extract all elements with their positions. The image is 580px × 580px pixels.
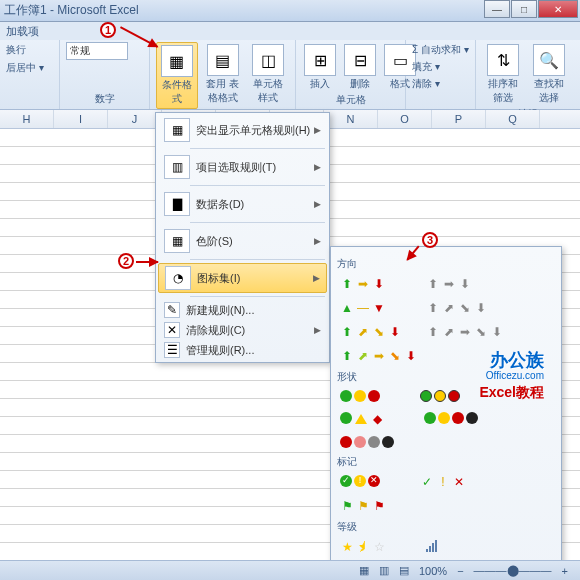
cell-styles-icon: ◫	[252, 44, 284, 76]
iconset-3trafficlights[interactable]	[337, 387, 383, 405]
view-normal-icon[interactable]: ▦	[359, 564, 369, 577]
watermark-subtitle: Excel教程	[479, 384, 544, 402]
submenu-arrow-icon: ▶	[313, 273, 320, 283]
watermark-url: Officezu.com	[486, 370, 544, 381]
zoom-out-button[interactable]: −	[457, 565, 463, 577]
find-icon: 🔍	[533, 44, 565, 76]
close-button[interactable]: ✕	[538, 0, 578, 18]
top-bottom-rules-item[interactable]: ▥项目选取规则(T)▶	[158, 152, 327, 182]
submenu-arrow-icon: ▶	[314, 325, 321, 335]
column-header[interactable]: P	[432, 110, 486, 128]
databars-icon: ▇	[164, 192, 190, 216]
icon-sets-submenu: 方向 ⬆➡⬇ ⬆➡⬇ ▲—▼ ⬆⬈⬊⬇ ⬆⬈⬊⬇ ⬆⬈➡⬊⬇ ⬆⬈➡⬊⬇ 形状 …	[330, 246, 562, 580]
iconset-5arrows-gray[interactable]: ⬆⬈➡⬊⬇	[423, 322, 507, 342]
delete-icon: ⊟	[344, 44, 376, 76]
iconset-4trafficlights[interactable]	[421, 409, 481, 429]
iconset-4arrows-colored[interactable]: ⬆⬈⬊⬇	[337, 322, 405, 342]
iconset-4ratings[interactable]	[423, 537, 440, 557]
manage-rules-item[interactable]: ☰管理规则(R)...	[158, 340, 327, 360]
icon-sets-item[interactable]: ◔图标集(I)▶	[158, 263, 327, 293]
iconset-3arrows-colored[interactable]: ⬆➡⬇	[337, 274, 389, 294]
conditional-format-icon: ▦	[161, 45, 193, 77]
indicators-section: 标记	[337, 455, 555, 469]
titlebar: 工作簿1 - Microsoft Excel — □ ✕	[0, 0, 580, 22]
callout-arrow-2	[136, 261, 158, 263]
conditional-format-button[interactable]: ▦ 条件格式	[156, 42, 198, 109]
watermark-brand: 办公族	[490, 348, 544, 372]
format-as-table-button[interactable]: ▤ 套用 表格格式	[202, 42, 244, 107]
fill-button[interactable]: 填充 ▾	[412, 59, 440, 75]
iconset-4arrows-gray[interactable]: ⬆⬈⬊⬇	[423, 298, 491, 318]
ribbon-tab[interactable]: 加载项	[0, 22, 580, 40]
iconsets-icon: ◔	[165, 266, 191, 290]
clearrules-icon: ✕	[164, 322, 180, 338]
sort-filter-button[interactable]: ⇅排序和筛选	[482, 42, 524, 107]
highlight-rules-item[interactable]: ▦突出显示单元格规则(H)▶	[158, 115, 327, 145]
merge-button[interactable]: 后居中 ▾	[6, 60, 44, 76]
submenu-arrow-icon: ▶	[314, 162, 321, 172]
sort-icon: ⇅	[487, 44, 519, 76]
iconset-3symbols[interactable]: ✓!✕	[417, 472, 469, 492]
group-numbers: 数字	[66, 92, 143, 107]
iconset-3symbols-circled[interactable]: ✓!✕	[337, 472, 383, 492]
zoom-in-button[interactable]: +	[562, 565, 568, 577]
ratings-section: 等级	[337, 520, 555, 534]
iconset-3stars[interactable]: ★⯨☆	[337, 537, 389, 557]
autosum-button[interactable]: Σ 自动求和 ▾	[412, 42, 469, 58]
view-layout-icon[interactable]: ▥	[379, 564, 389, 577]
zoom-slider[interactable]: ———⬤———	[474, 564, 552, 577]
column-header[interactable]: N	[324, 110, 378, 128]
conditional-format-menu: ▦突出显示单元格规则(H)▶ ▥项目选取规则(T)▶ ▇数据条(D)▶ ▦色阶(…	[155, 112, 330, 363]
submenu-arrow-icon: ▶	[314, 125, 321, 135]
iconset-3flags[interactable]: ⚑⚑⚑	[337, 496, 389, 516]
column-header[interactable]: O	[378, 110, 432, 128]
iconset-5arrows-colored[interactable]: ⬆⬈➡⬊⬇	[337, 346, 421, 366]
data-bars-item[interactable]: ▇数据条(D)▶	[158, 189, 327, 219]
delete-button[interactable]: ⊟删除	[342, 42, 378, 93]
iconset-redtoback[interactable]	[337, 433, 397, 451]
zoom-level[interactable]: 100%	[419, 565, 447, 577]
submenu-arrow-icon: ▶	[314, 236, 321, 246]
submenu-arrow-icon: ▶	[314, 199, 321, 209]
status-bar: ▦ ▥ ▤ 100% − ———⬤——— +	[0, 560, 580, 580]
window-title: 工作簿1 - Microsoft Excel	[4, 2, 139, 19]
highlight-icon: ▦	[164, 118, 190, 142]
number-format-combo[interactable]: 常规	[66, 42, 128, 60]
newrule-icon: ✎	[164, 302, 180, 318]
column-header[interactable]: H	[0, 110, 54, 128]
maximize-button[interactable]: □	[511, 0, 537, 18]
direction-section: 方向	[337, 257, 555, 271]
wrap-button[interactable]: 换行	[6, 42, 26, 58]
find-select-button[interactable]: 🔍查找和选择	[528, 42, 570, 107]
iconset-3triangles[interactable]: ▲—▼	[337, 298, 389, 318]
color-scales-item[interactable]: ▦色阶(S)▶	[158, 226, 327, 256]
insert-icon: ⊞	[304, 44, 336, 76]
view-pagebreak-icon[interactable]: ▤	[399, 564, 409, 577]
clear-button[interactable]: 清除 ▾	[412, 76, 440, 92]
callout-3: 3	[422, 232, 438, 248]
column-header[interactable]: Q	[486, 110, 540, 128]
minimize-button[interactable]: —	[484, 0, 510, 18]
clear-rules-item[interactable]: ✕清除规则(C)▶	[158, 320, 327, 340]
new-rule-item[interactable]: ✎新建规则(N)...	[158, 300, 327, 320]
managerules-icon: ☰	[164, 342, 180, 358]
colorscales-icon: ▦	[164, 229, 190, 253]
column-header[interactable]: I	[54, 110, 108, 128]
iconset-3trafficlights-rimmed[interactable]	[417, 387, 463, 405]
callout-1: 1	[100, 22, 116, 38]
iconset-3arrows-gray[interactable]: ⬆➡⬇	[423, 274, 475, 294]
ribbon: 换行 后居中 ▾ 常规 数字 ▦ 条件格式 ▤ 套用 表格格式 ◫ 单元格样式 …	[0, 40, 580, 110]
group-cells: 单元格	[302, 93, 399, 108]
column-header[interactable]: J	[108, 110, 162, 128]
cell-styles-button[interactable]: ◫ 单元格样式	[247, 42, 289, 107]
insert-button[interactable]: ⊞插入	[302, 42, 338, 93]
iconset-3signs[interactable]: ◆	[337, 409, 387, 429]
callout-2: 2	[118, 253, 134, 269]
topbottom-icon: ▥	[164, 155, 190, 179]
table-icon: ▤	[207, 44, 239, 76]
